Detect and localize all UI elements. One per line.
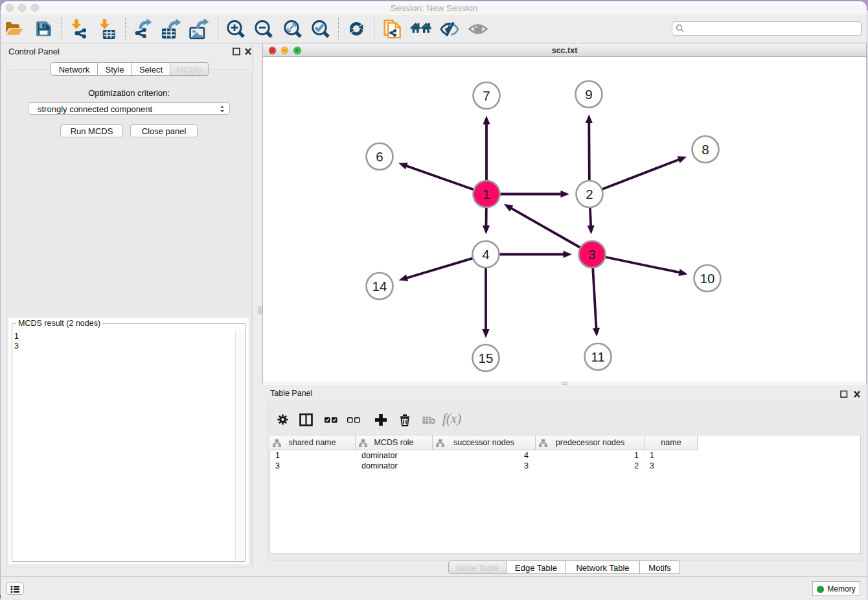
svg-text:1: 1: [483, 186, 490, 201]
svg-text:2: 2: [586, 186, 593, 201]
svg-text:10: 10: [700, 270, 715, 285]
svg-text:14: 14: [372, 278, 387, 293]
svg-text:3: 3: [588, 246, 595, 261]
svg-text:15: 15: [479, 350, 494, 365]
svg-text:8: 8: [702, 141, 709, 156]
svg-text:4: 4: [482, 246, 489, 261]
svg-text:11: 11: [591, 349, 604, 363]
svg-text:9: 9: [585, 86, 592, 101]
svg-text:6: 6: [376, 148, 383, 163]
svg-text:7: 7: [483, 87, 490, 102]
